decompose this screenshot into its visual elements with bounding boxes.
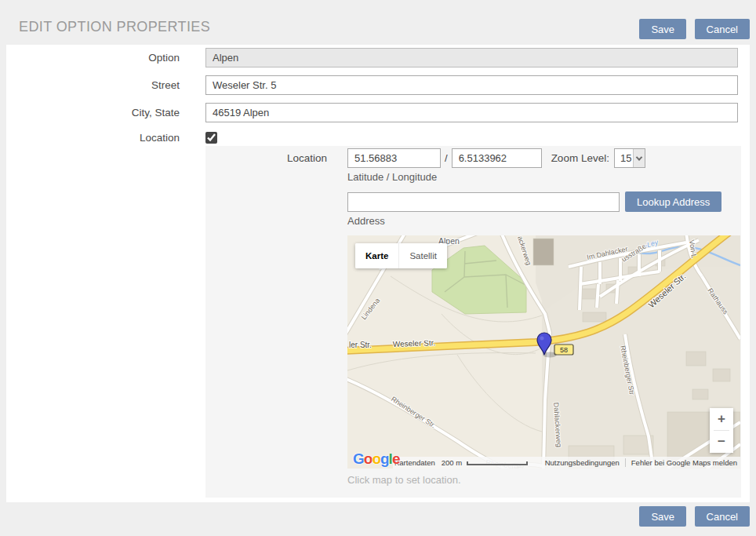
karte-button[interactable]: Karte [355,243,398,268]
city-state-label: City, State [6,107,180,119]
google-logo: Google [353,450,399,468]
latlng-separator: / [445,152,448,164]
label-weseler-partial: ler Str. [349,341,372,349]
header-actions: Save Cancel [639,19,750,39]
map-zoom-control: + − [710,408,733,453]
map[interactable]: Alpen Lindena ackerweg Im Dahlacker usst… [347,235,740,469]
option-row: Option [6,48,750,67]
page-title: EDIT OPTION PROPERTIES [19,19,210,35]
edit-form: Option Street City, State Location Locat… [6,45,750,502]
location-label: Location [205,152,327,164]
route-shield: 58 [554,345,573,355]
street-row: Street [6,75,750,95]
scale-label: 200 m [442,458,462,467]
map-canvas: Alpen Lindena ackerweg Im Dahlacker usst… [347,235,740,469]
latlng-hint: Latitude / Longitude [347,168,741,185]
zoom-out-button[interactable]: − [710,431,733,453]
save-button[interactable]: Save [639,19,686,39]
map-type-control: Karte Satellit [355,243,447,268]
address-row: Lookup Address [205,191,741,212]
cancel-button-bottom[interactable]: Cancel [695,506,750,527]
map-row: Alpen Lindena ackerweg Im Dahlacker usst… [205,235,741,469]
footer-actions: Save Cancel [639,506,750,527]
address-input[interactable] [347,192,620,212]
option-field [205,48,738,67]
page-footer: Save Cancel [0,502,756,536]
cancel-button[interactable]: Cancel [695,19,750,39]
address-hint: Address [347,212,741,229]
street-field[interactable] [205,75,738,95]
zoom-level-select[interactable]: 15 [614,148,645,168]
lookup-address-button[interactable]: Lookup Address [625,191,721,212]
route-shield-number: 58 [560,346,568,354]
location-panel: Location / Zoom Level: 15 Latitude / Lon… [205,146,741,498]
zoom-in-button[interactable]: + [710,408,733,430]
longitude-input[interactable] [452,148,542,168]
location-toggle-row: Location [6,130,750,144]
coordinates-row: Location / Zoom Level: 15 [205,148,741,168]
page-header: EDIT OPTION PROPERTIES Save Cancel [0,0,756,45]
attribution-map-data: Kartendaten [394,458,435,467]
map-hint: Click map to set location. [347,469,741,488]
label-weseler-center: Weseler Str. [393,338,436,348]
latitude-input[interactable] [347,148,441,168]
city-state-row: City, State [6,103,750,122]
report-error-link[interactable]: Fehler bei Google Maps melden [631,458,737,467]
street-label: Street [6,79,180,91]
save-button-bottom[interactable]: Save [639,506,686,527]
zoom-level-label: Zoom Level: [551,152,609,164]
location-toggle-label: Location [6,132,180,144]
scale-bar [467,461,528,465]
option-label: Option [6,52,180,64]
zoom-level-select-wrap: 15 [614,148,645,168]
city-state-field[interactable] [205,103,738,122]
location-checkbox[interactable] [205,132,217,144]
satellit-button[interactable]: Satellit [398,243,447,268]
map-attribution: Kartendaten 200 m Nutzungsbedingungen Fe… [347,457,740,469]
terms-link[interactable]: Nutzungsbedingungen [545,458,620,467]
